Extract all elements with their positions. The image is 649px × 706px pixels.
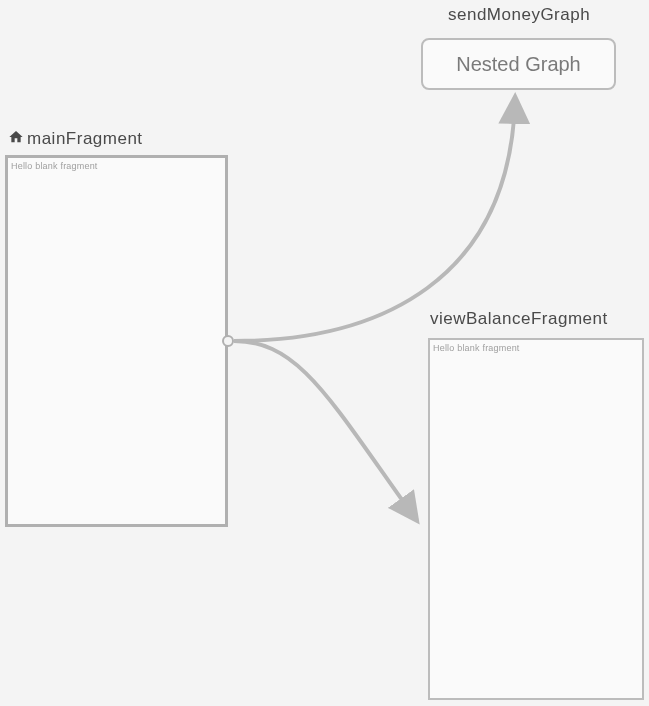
arrow-main-to-sendmoney — [234, 100, 515, 341]
arrow-main-to-viewbalance — [234, 341, 415, 518]
main-fragment-inner-text: Hello blank fragment — [11, 161, 98, 171]
view-balance-fragment-inner-text: Hello blank fragment — [433, 343, 520, 353]
main-fragment-label-container: mainFragment — [8, 129, 143, 150]
connection-port[interactable] — [222, 335, 234, 347]
home-icon — [8, 129, 24, 150]
nested-graph-node[interactable]: Nested Graph — [421, 38, 616, 90]
main-fragment-label: mainFragment — [27, 129, 143, 148]
view-balance-fragment-node[interactable]: Hello blank fragment — [428, 338, 644, 700]
main-fragment-node[interactable]: Hello blank fragment — [5, 155, 228, 527]
nested-graph-text: Nested Graph — [456, 53, 581, 76]
view-balance-fragment-label: viewBalanceFragment — [430, 309, 608, 329]
send-money-graph-label: sendMoneyGraph — [448, 5, 590, 25]
